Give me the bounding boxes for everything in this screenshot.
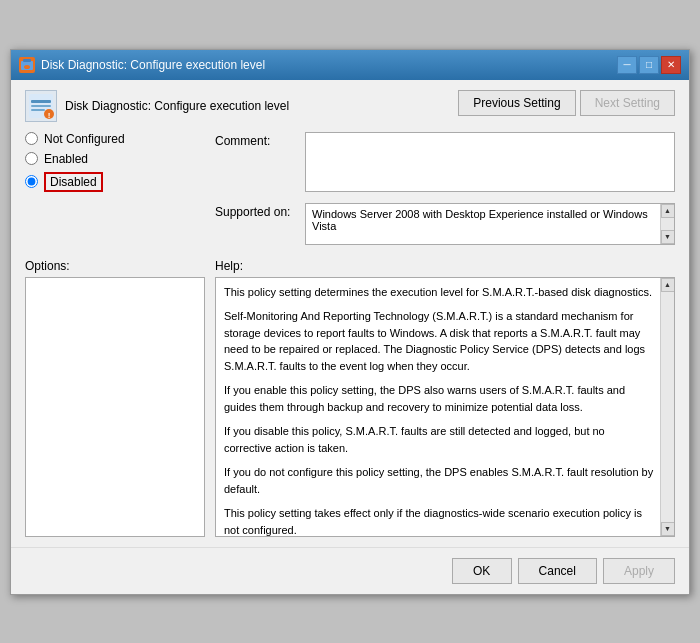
- options-box: [25, 277, 205, 537]
- enabled-radio[interactable]: [25, 152, 38, 165]
- window-title: Disk Diagnostic: Configure execution lev…: [41, 58, 265, 72]
- help-scroll-down[interactable]: ▼: [661, 522, 675, 536]
- disabled-radio-item: Disabled: [25, 172, 205, 192]
- help-box: This policy setting determines the execu…: [215, 277, 675, 537]
- supported-row: Supported on: Windows Server 2008 with D…: [215, 203, 675, 245]
- footer: OK Cancel Apply: [11, 547, 689, 594]
- supported-text: Windows Server 2008 with Desktop Experie…: [306, 204, 674, 236]
- not-configured-radio[interactable]: [25, 132, 38, 145]
- help-scroll-track: [661, 292, 675, 522]
- dialog-window: Disk Diagnostic: Configure execution lev…: [10, 49, 690, 595]
- header-title: Disk Diagnostic: Configure execution lev…: [65, 99, 289, 113]
- previous-setting-button[interactable]: Previous Setting: [458, 90, 575, 116]
- cancel-button[interactable]: Cancel: [518, 558, 597, 584]
- help-para-5: If you do not configure this policy sett…: [224, 464, 654, 497]
- bottom-section: Options: Help: This policy setting deter…: [25, 259, 675, 537]
- apply-button[interactable]: Apply: [603, 558, 675, 584]
- ok-button[interactable]: OK: [452, 558, 512, 584]
- next-setting-button[interactable]: Next Setting: [580, 90, 675, 116]
- help-scroll-up[interactable]: ▲: [661, 278, 675, 292]
- dialog-content: ! Disk Diagnostic: Configure execution l…: [11, 80, 689, 547]
- disabled-label[interactable]: Disabled: [50, 175, 97, 189]
- help-para-4: If you disable this policy, S.M.A.R.T. f…: [224, 423, 654, 456]
- help-label: Help:: [215, 259, 675, 273]
- options-panel: Options:: [25, 259, 205, 537]
- title-bar: Disk Diagnostic: Configure execution lev…: [11, 50, 689, 80]
- help-text: This policy setting determines the execu…: [216, 278, 674, 537]
- comment-textarea[interactable]: [305, 132, 675, 192]
- title-bar-left: Disk Diagnostic: Configure execution lev…: [19, 57, 265, 73]
- help-para-2: Self-Monitoring And Reporting Technology…: [224, 308, 654, 374]
- svg-rect-4: [31, 100, 51, 103]
- header-title-area: ! Disk Diagnostic: Configure execution l…: [25, 90, 458, 122]
- not-configured-label[interactable]: Not Configured: [44, 132, 125, 146]
- comment-label: Comment:: [215, 132, 305, 148]
- svg-rect-6: [31, 109, 45, 111]
- scroll-down-arrow[interactable]: ▼: [661, 230, 675, 244]
- header-buttons: Previous Setting Next Setting: [458, 90, 675, 116]
- svg-point-2: [24, 65, 30, 69]
- svg-text:!: !: [48, 111, 51, 120]
- help-para-6: This policy setting takes effect only if…: [224, 505, 654, 537]
- window-icon: [19, 57, 35, 73]
- right-panel: Comment: Supported on: Windows Server 20…: [215, 132, 675, 253]
- svg-rect-1: [23, 59, 31, 62]
- options-label: Options:: [25, 259, 205, 273]
- header-row: ! Disk Diagnostic: Configure execution l…: [25, 90, 675, 122]
- help-para-3: If you enable this policy setting, the D…: [224, 382, 654, 415]
- comment-row: Comment:: [215, 132, 675, 195]
- title-bar-buttons: ─ □ ✕: [617, 56, 681, 74]
- radio-section: Not Configured Enabled Disabled: [25, 132, 205, 192]
- enabled-label[interactable]: Enabled: [44, 152, 88, 166]
- help-panel: Help: This policy setting determines the…: [215, 259, 675, 537]
- policy-icon: !: [25, 90, 57, 122]
- supported-scrollbar[interactable]: ▲ ▼: [660, 204, 674, 244]
- help-scrollbar[interactable]: ▲ ▼: [660, 278, 674, 536]
- maximize-button[interactable]: □: [639, 56, 659, 74]
- help-para-1: This policy setting determines the execu…: [224, 284, 654, 301]
- supported-box: Windows Server 2008 with Desktop Experie…: [305, 203, 675, 245]
- not-configured-radio-item: Not Configured: [25, 132, 205, 146]
- scroll-up-arrow[interactable]: ▲: [661, 204, 675, 218]
- supported-label: Supported on:: [215, 203, 305, 219]
- scroll-track: [661, 218, 675, 230]
- svg-rect-5: [31, 105, 51, 107]
- enabled-radio-item: Enabled: [25, 152, 205, 166]
- close-button[interactable]: ✕: [661, 56, 681, 74]
- disabled-radio[interactable]: [25, 175, 38, 188]
- minimize-button[interactable]: ─: [617, 56, 637, 74]
